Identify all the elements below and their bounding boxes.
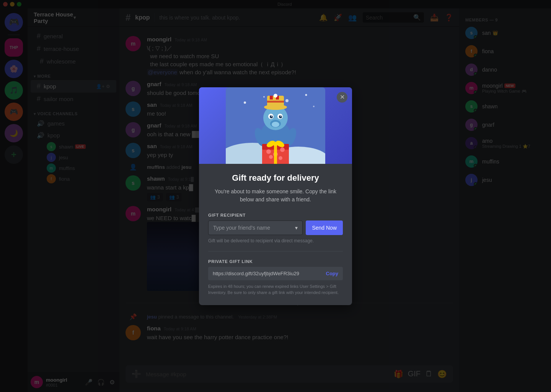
- modal-close-button[interactable]: ✕: [337, 92, 347, 103]
- svg-point-30: [280, 147, 285, 152]
- svg-rect-33: [274, 144, 277, 164]
- modal-overlay[interactable]: ✕ Gift ready for delivery You're about t…: [0, 0, 551, 392]
- gift-modal: ✕ Gift ready for delivery You're about t…: [199, 87, 352, 305]
- svg-rect-23: [267, 101, 284, 103]
- gift-link-text: https://discord.gift/32uyfjbjdWeFR3iu29: [213, 271, 326, 276]
- svg-point-31: [269, 155, 273, 159]
- recipient-input[interactable]: Type your friend's name ▾: [208, 220, 303, 235]
- svg-point-28: [266, 149, 271, 154]
- svg-point-4: [263, 96, 265, 98]
- gift-illustration-svg: [226, 87, 325, 164]
- svg-rect-20: [270, 96, 273, 100]
- svg-point-22: [274, 94, 277, 98]
- gift-recipient-label: GIFT RECIPIENT: [208, 213, 343, 217]
- modal-title: Gift ready for delivery: [208, 173, 343, 183]
- svg-point-17: [280, 115, 282, 116]
- delivery-note: Gift will be delivered to recipient via …: [208, 238, 343, 243]
- svg-point-3: [244, 101, 246, 104]
- svg-point-16: [271, 115, 272, 116]
- recipient-placeholder: Type your friend's name: [213, 225, 270, 231]
- recipient-chevron-icon: ▾: [295, 225, 298, 231]
- copy-button[interactable]: Copy: [326, 271, 339, 276]
- expiry-note: Expires in 48 hours; you can renew expir…: [208, 283, 343, 296]
- svg-point-11: [272, 122, 279, 127]
- recipient-row: Type your friend's name ▾ Send Now: [208, 220, 343, 235]
- private-link-label: PRIVATE GIFT LINK: [208, 259, 343, 264]
- svg-point-5: [285, 99, 289, 102]
- send-now-button[interactable]: Send Now: [306, 220, 343, 235]
- svg-point-32: [279, 156, 282, 160]
- modal-divider: [208, 251, 343, 252]
- svg-point-7: [313, 106, 315, 107]
- modal-body: Gift ready for delivery You're about to …: [199, 164, 352, 305]
- gift-link-container: https://discord.gift/32uyfjbjdWeFR3iu29 …: [208, 267, 343, 280]
- svg-point-6: [305, 94, 307, 96]
- svg-point-36: [273, 142, 278, 146]
- modal-subtitle: You're about to make someone smile. Copy…: [208, 188, 343, 204]
- modal-image-area: ✕: [199, 87, 352, 164]
